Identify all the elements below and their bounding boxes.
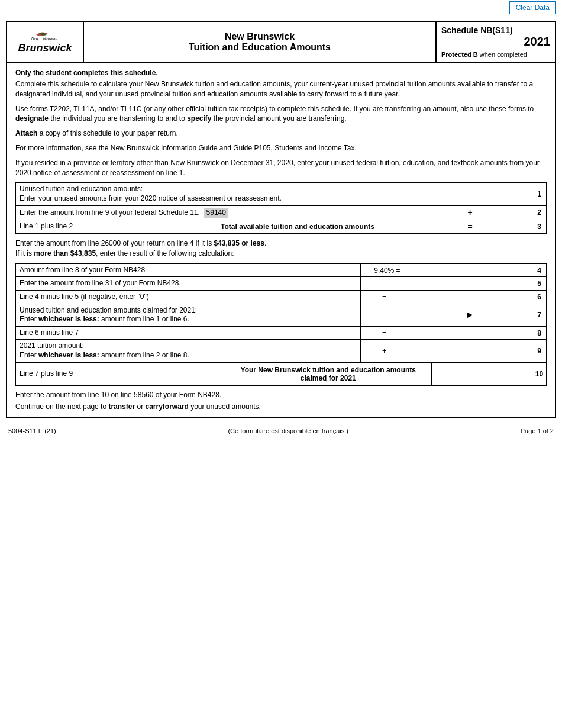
line-3-input[interactable] (479, 220, 532, 233)
line-9-input[interactable] (408, 340, 461, 362)
intro-para2-mid: the individual you are transferring to a… (49, 114, 187, 123)
line-7-row: Unused tuition and education amounts cla… (16, 304, 546, 327)
form-title-line2: Tuition and Education Amounts (89, 42, 431, 53)
lines-4-8-table: Amount from line 8 of your Form NB428 ÷ … (15, 263, 547, 386)
continue-pre: Continue on the next page to (15, 402, 108, 411)
protected-bold: Protected B (441, 51, 478, 58)
line-2-operator: + (461, 206, 479, 220)
line-9-row: 2021 tuition amount: Enter whichever is … (16, 340, 546, 362)
line-7-input2[interactable] (479, 304, 532, 326)
intro-para1: Complete this schedule to calculate your… (15, 79, 547, 99)
intro-para2: Use forms T2202, TL11A, and/or TL11C (or… (15, 104, 547, 124)
line-9-label: 2021 tuition amount: Enter whichever is … (16, 340, 360, 362)
line-4-field2[interactable] (480, 266, 531, 275)
continue-bold1: transfer (108, 402, 135, 411)
line-5-input2 (479, 277, 532, 290)
title-area: New Brunswick Tuition and Education Amou… (84, 22, 437, 62)
line4-intro4: , enter the result of the following calc… (96, 249, 234, 257)
line-8-field[interactable] (409, 329, 460, 337)
intro-para2-bold2: specify (187, 114, 211, 123)
line-3-operator: = (461, 220, 479, 233)
footer-french-notice: (Ce formulaire est disponible en françai… (228, 427, 348, 434)
line-3-field[interactable] (480, 223, 531, 231)
line-7-label1: Unused tuition and education amounts cla… (20, 306, 197, 315)
line-5-arrow (461, 277, 479, 290)
logo-new-nouveau: New Nouveau (30, 29, 60, 43)
continue-post: your unused amounts. (189, 402, 261, 411)
line-1-operator (461, 183, 479, 205)
intro-para2-pre: Use forms T2202, TL11A, and/or TL11C (or… (15, 105, 534, 113)
lines-4-10-section: Enter the amount from line 26000 of your… (15, 239, 547, 385)
line-9-number: 9 (532, 340, 546, 362)
line-10-operator: = (431, 363, 479, 385)
line-8-operator: = (360, 327, 408, 340)
line-6-field[interactable] (409, 293, 460, 301)
line-8-input[interactable] (408, 327, 461, 340)
line-8-input2 (479, 327, 532, 340)
line-3-number: 3 (532, 220, 546, 233)
continue-text: Continue on the next page to transfer or… (15, 402, 547, 411)
line-9-label2: Enter whichever is less: amount from lin… (20, 351, 189, 360)
line-4-arrow (461, 264, 479, 277)
line-4-label: Amount from line 8 of your Form NB428 (16, 264, 360, 277)
continue-bold2: carryforward (145, 402, 188, 411)
logo-brand-text: Brunswick (18, 42, 72, 54)
line-7-arrow: ► (461, 304, 479, 326)
form-footer: 5004-S11 E (21) (Ce formulaire est dispo… (0, 424, 562, 438)
line-9-arrow (461, 340, 479, 362)
intro-para5: If you resided in a province or territor… (15, 158, 547, 178)
line-2-number: 2 (532, 206, 546, 220)
note-line10: Enter the amount from line 10 on line 58… (15, 391, 547, 399)
line-4-input2[interactable] (479, 264, 532, 277)
line-5-operator: – (360, 277, 408, 290)
line-3-label: Line 1 plus line 2 (16, 220, 134, 233)
logo-icon: New Nouveau (30, 29, 60, 41)
line-3-row: Line 1 plus line 2 Total available tuiti… (16, 220, 546, 233)
intro-heading: Only the student completes this schedule… (15, 69, 547, 77)
line-10-label: Line 7 plus line 9 (16, 363, 225, 385)
line-4-input[interactable] (408, 264, 461, 277)
line-5-label: Enter the amount from line 31 of your Fo… (16, 277, 360, 290)
form-container: New Nouveau Brunswick New Brunswick Tuit… (6, 21, 556, 418)
line-5-input[interactable] (408, 277, 461, 290)
line4-intro-bold2: more than $43,835 (34, 249, 96, 257)
line-10-number: 10 (532, 363, 546, 385)
line-1-main-label: Unused tuition and education amounts: (20, 185, 282, 194)
line-5-field[interactable] (409, 279, 460, 288)
line-10-field[interactable] (480, 370, 531, 378)
line-2-field[interactable] (480, 208, 531, 217)
intro-para2-bold1: designate (15, 114, 49, 123)
line-2-input[interactable] (479, 206, 532, 220)
line-7-field2[interactable] (480, 311, 531, 319)
line-10-bold-label: Your New Brunswick tuition and education… (225, 363, 432, 385)
intro-attach-bold: Attach (15, 129, 37, 137)
line-7-input[interactable] (408, 304, 461, 326)
line-1-row: Unused tuition and education amounts: En… (16, 183, 546, 205)
clear-data-button[interactable]: Clear Data (509, 1, 556, 14)
line-3-bold-label: Total available tuition and education am… (134, 220, 461, 233)
line-5-row: Enter the amount from line 31 of your Fo… (16, 277, 546, 291)
form-title-line1: New Brunswick (89, 31, 431, 42)
line-1-field[interactable] (480, 190, 531, 198)
line-1-input[interactable] (479, 183, 532, 205)
line-7-number: 7 (532, 304, 546, 326)
line-4-operator: ÷ 9.40% = (360, 264, 408, 277)
line-7-label: Unused tuition and education amounts cla… (16, 304, 360, 326)
lines-1-3-table: Unused tuition and education amounts: En… (15, 182, 547, 234)
line-6-label: Line 4 minus line 5 (if negative, enter … (16, 291, 360, 304)
line-4-field[interactable] (409, 266, 460, 275)
line-7-label2: Enter whichever is less: amount from lin… (20, 315, 197, 324)
schedule-area: Schedule NB(S11) 2021 Protected B when c… (437, 22, 555, 62)
line-4-number: 4 (532, 264, 546, 277)
line-10-input[interactable] (479, 363, 532, 385)
line-9-label2-pre: Enter (20, 351, 38, 359)
line-9-label2-post: amount from line 2 or line 8. (99, 351, 189, 359)
line-9-field[interactable] (409, 347, 460, 355)
form-body: Only the student completes this schedule… (7, 63, 555, 417)
line-7-field[interactable] (409, 311, 460, 319)
form-header: New Nouveau Brunswick New Brunswick Tuit… (7, 22, 555, 63)
line-7-label2-pre: Enter (20, 315, 38, 323)
line-1-sub-label: Enter your unused amounts from your 2020… (20, 194, 282, 204)
line-6-input[interactable] (408, 291, 461, 304)
line-6-number: 6 (532, 291, 546, 304)
